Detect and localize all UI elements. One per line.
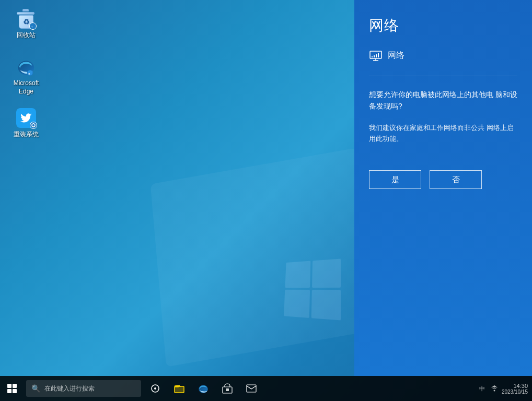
- network-monitor-icon: [369, 51, 383, 61]
- taskbar: 🔍 在此键入进行搜索: [0, 376, 532, 401]
- panel-network-section: 网络: [369, 50, 517, 61]
- svg-rect-11: [175, 385, 179, 387]
- date: 2023/10/15: [502, 389, 528, 395]
- search-placeholder: 在此键入进行搜索: [44, 384, 95, 393]
- panel-network-label: 网络: [388, 50, 404, 61]
- clock[interactable]: 14:30 2023/10/15: [502, 383, 528, 395]
- no-button[interactable]: 否: [430, 170, 482, 189]
- svg-text:e: e: [28, 72, 30, 75]
- start-button[interactable]: [1, 377, 24, 400]
- task-view-icon: [151, 384, 160, 393]
- svg-point-8: [154, 387, 156, 390]
- edge-icon-label: MicrosoftEdge: [14, 79, 39, 96]
- svg-rect-23: [378, 53, 379, 57]
- system-tray: 中 14:30 2023/10/15: [479, 383, 532, 395]
- mail-icon: [246, 384, 257, 393]
- search-icon: 🔍: [31, 384, 40, 393]
- network-tray-icon: [490, 384, 499, 392]
- file-explorer-button[interactable]: [168, 377, 191, 400]
- svg-point-5: [32, 124, 35, 127]
- language-indicator: 中: [479, 385, 485, 393]
- edge-taskbar-button[interactable]: [192, 377, 215, 400]
- taskbar-search[interactable]: 🔍 在此键入进行搜索: [26, 380, 141, 397]
- desktop-icon-edge[interactable]: e MicrosoftEdge: [7, 56, 45, 96]
- svg-rect-14: [226, 388, 229, 391]
- svg-text:↑: ↑: [31, 25, 33, 29]
- file-explorer-icon: [174, 384, 184, 393]
- panel-divider: [369, 76, 517, 76]
- reinstall-label: 重装系统: [14, 131, 39, 139]
- task-view-button[interactable]: [144, 377, 167, 400]
- yes-button[interactable]: 是: [369, 170, 421, 189]
- panel-title: 网络: [369, 16, 517, 36]
- panel-suggestion: 我们建议你在家庭和工作网络而非公共 网络上启用此功能。: [369, 123, 517, 145]
- mail-button[interactable]: [240, 377, 263, 400]
- svg-rect-20: [372, 56, 373, 57]
- windows-icon: [7, 384, 17, 393]
- desktop-icon-reinstall[interactable]: 重装系统: [7, 108, 45, 139]
- svg-rect-21: [374, 55, 375, 57]
- store-icon: [222, 383, 233, 394]
- network-panel: 网络 网络 想要允许你的电脑被此网络上的其他电 脑和设备发现吗? 我们建议你在家…: [354, 0, 532, 376]
- panel-question: 想要允许你的电脑被此网络上的其他电 脑和设备发现吗?: [369, 89, 517, 112]
- recycle-bin-label: 回收站: [17, 31, 36, 40]
- svg-rect-22: [376, 54, 377, 57]
- svg-point-16: [493, 390, 495, 392]
- desktop-icon-recycle-bin[interactable]: ♻ ↑ 回收站: [7, 8, 45, 40]
- desktop-decoration: [282, 260, 345, 344]
- tray-icons[interactable]: [488, 383, 501, 394]
- svg-rect-15: [247, 385, 256, 392]
- store-button[interactable]: [216, 377, 239, 400]
- time: 14:30: [502, 383, 528, 389]
- edge-taskbar-icon: [198, 383, 209, 394]
- reinstall-icon: [16, 108, 37, 128]
- desktop: ♻ ↑ 回收站: [0, 0, 532, 401]
- edge-icon: e: [16, 56, 37, 77]
- recycle-bin-icon: ♻ ↑: [16, 8, 37, 29]
- panel-action-buttons: 是 否: [369, 170, 517, 189]
